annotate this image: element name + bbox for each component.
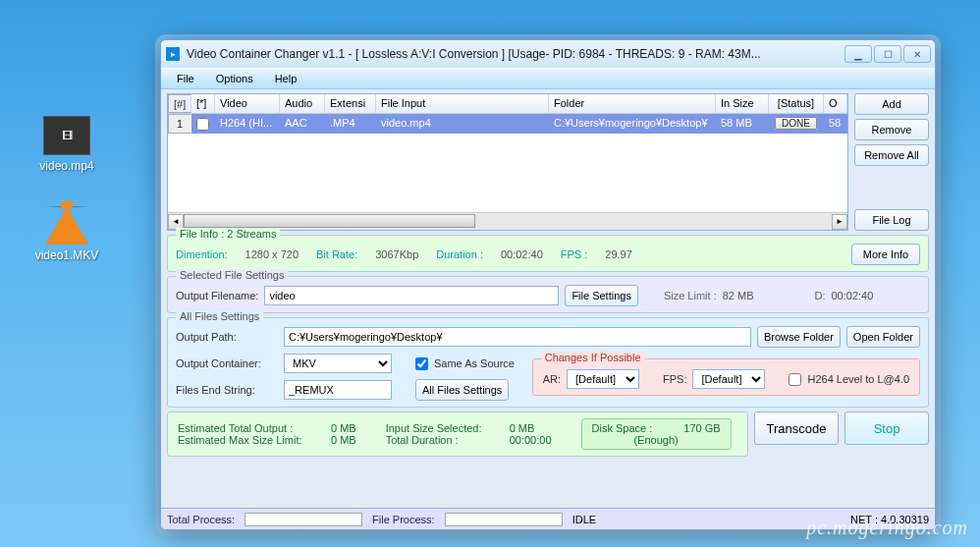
- col-folder[interactable]: Folder: [549, 94, 716, 113]
- desktop-icon-label: video.mp4: [39, 159, 93, 173]
- file-settings-button[interactable]: File Settings: [565, 285, 638, 306]
- close-button[interactable]: ✕: [903, 45, 931, 63]
- stop-button[interactable]: Stop: [844, 411, 929, 445]
- duration-label: Duration :: [436, 248, 483, 260]
- output-container-select[interactable]: MKV: [284, 354, 392, 373]
- menu-file[interactable]: File: [167, 70, 204, 87]
- transcode-button[interactable]: Transcode: [754, 411, 839, 445]
- file-grid[interactable]: [#] [*] Video Audio Extensi File Input F…: [167, 93, 848, 231]
- desktop-icon-video-mp4[interactable]: 🎞 video.mp4: [27, 116, 106, 173]
- col-index[interactable]: [#]: [168, 94, 191, 113]
- col-ext[interactable]: Extensi: [325, 94, 376, 113]
- cell-ext: .MP4: [325, 114, 376, 134]
- app-icon: [165, 46, 181, 62]
- output-path-input[interactable]: [284, 327, 751, 347]
- col-status[interactable]: [Status]: [769, 94, 824, 113]
- bitrate-value: 3067Kbp: [375, 248, 418, 260]
- output-path-label: Output Path:: [176, 331, 278, 343]
- remove-all-button[interactable]: Remove All: [854, 144, 929, 166]
- file-info-panel: File Info : 2 Streams Dimention: 1280 x …: [167, 235, 929, 272]
- scroll-thumb[interactable]: [184, 214, 475, 228]
- app-window: Video Container Changer v1.1 - [ Lossles…: [160, 39, 936, 530]
- disk-space-enough: (Enough): [592, 434, 721, 446]
- titlebar[interactable]: Video Container Changer v1.1 - [ Lossles…: [161, 40, 935, 68]
- duration-value: 00:02:40: [501, 248, 543, 260]
- row-checkbox[interactable]: [196, 118, 209, 131]
- files-end-string-input[interactable]: [284, 380, 392, 400]
- eml-value: 0 MB: [331, 434, 356, 446]
- menu-help[interactable]: Help: [265, 70, 307, 87]
- desktop-icon-video1-mkv[interactable]: video1.MKV: [27, 206, 106, 262]
- watermark: pc.mogeringo.com: [806, 517, 968, 539]
- selected-file-legend: Selected File Settings: [176, 269, 288, 281]
- estimate-panel: Estimated Total Output :0 MB Estimated M…: [167, 411, 748, 457]
- files-end-string-label: Files End String:: [176, 384, 278, 396]
- open-folder-button[interactable]: Open Folder: [846, 326, 920, 348]
- cell-folder: C:¥Users¥mogeringo¥Desktop¥: [549, 114, 716, 134]
- cell-video: H264 (HI...: [215, 114, 280, 134]
- fps-label: FPS :: [561, 248, 588, 260]
- file-process-label: File Process:: [372, 514, 435, 525]
- cell-audio: AAC: [280, 114, 325, 134]
- more-info-button[interactable]: More Info: [851, 244, 920, 265]
- browse-folder-button[interactable]: Browse Folder: [757, 326, 841, 348]
- output-filename-input[interactable]: [264, 286, 559, 305]
- ar-select[interactable]: [Default]: [567, 369, 639, 389]
- dimension-label: Dimention:: [176, 248, 228, 260]
- all-files-settings-button[interactable]: All Files Settings: [415, 379, 509, 401]
- col-video[interactable]: Video: [215, 94, 280, 113]
- fps-select[interactable]: [Default]: [692, 369, 765, 389]
- all-files-panel: All Files Settings Output Path: Browse F…: [167, 317, 929, 408]
- eto-value: 0 MB: [331, 422, 356, 434]
- fps-change-label: FPS:: [663, 373, 686, 385]
- td-value: 00:00:00: [510, 434, 552, 446]
- grid-header[interactable]: [#] [*] Video Audio Extensi File Input F…: [168, 94, 847, 114]
- add-button[interactable]: Add: [854, 93, 929, 115]
- scroll-right-icon[interactable]: ►: [832, 214, 847, 230]
- cell-check[interactable]: [191, 114, 215, 134]
- minimize-button[interactable]: ▁: [844, 45, 872, 63]
- grid-row[interactable]: 1 H264 (HI... AAC .MP4 video.mp4 C:¥User…: [168, 114, 847, 134]
- disk-space-label: Disk Space :: [592, 422, 653, 434]
- d-value: 00:02:40: [832, 290, 874, 301]
- col-audio[interactable]: Audio: [280, 94, 325, 113]
- changes-panel: Changes If Possible AR: [Default] FPS: […: [532, 358, 920, 396]
- size-limit-value: 82 MB: [723, 290, 754, 301]
- file-log-button[interactable]: File Log: [854, 209, 929, 231]
- same-as-source-checkbox[interactable]: [415, 357, 428, 370]
- eto-label: Estimated Total Output :: [178, 422, 325, 434]
- cell-status: DONE: [769, 114, 824, 134]
- size-limit-label: Size Limit :: [664, 290, 717, 301]
- scroll-track[interactable]: [184, 214, 832, 230]
- video-file-icon: 🎞: [43, 116, 90, 155]
- total-process-progress: [245, 513, 362, 526]
- td-label: Total Duration :: [386, 434, 504, 446]
- cell-out: 58: [824, 114, 847, 134]
- bitrate-label: Bit Rate:: [316, 248, 357, 260]
- changes-legend: Changes If Possible: [541, 352, 645, 363]
- output-filename-label: Output Filename:: [176, 290, 258, 301]
- h264-level-checkbox[interactable]: [789, 373, 801, 386]
- menubar: File Options Help: [161, 68, 935, 89]
- menu-options[interactable]: Options: [206, 70, 263, 87]
- cell-index: 1: [168, 114, 191, 134]
- file-process-progress: [445, 513, 563, 526]
- col-fileinput[interactable]: File Input: [376, 94, 549, 113]
- desktop-icon-label: video1.MKV: [35, 248, 99, 262]
- total-process-label: Total Process:: [167, 514, 235, 525]
- same-as-source-label: Same As Source: [434, 357, 515, 369]
- fps-value: 29.97: [605, 248, 632, 260]
- col-check[interactable]: [*]: [191, 94, 215, 113]
- remove-button[interactable]: Remove: [854, 119, 929, 140]
- iss-value: 0 MB: [510, 422, 535, 434]
- cell-fileinput: video.mp4: [376, 114, 549, 134]
- cell-insize: 58 MB: [716, 114, 769, 134]
- output-container-label: Output Container:: [176, 357, 278, 369]
- d-label: D:: [815, 290, 826, 301]
- maximize-button[interactable]: ☐: [874, 45, 901, 63]
- disk-space-value: 170 GB: [683, 422, 720, 434]
- vlc-cone-icon: [45, 206, 88, 245]
- col-insize[interactable]: In Size: [716, 94, 769, 113]
- col-out[interactable]: O: [824, 94, 847, 113]
- window-title: Video Container Changer v1.1 - [ Lossles…: [187, 47, 844, 61]
